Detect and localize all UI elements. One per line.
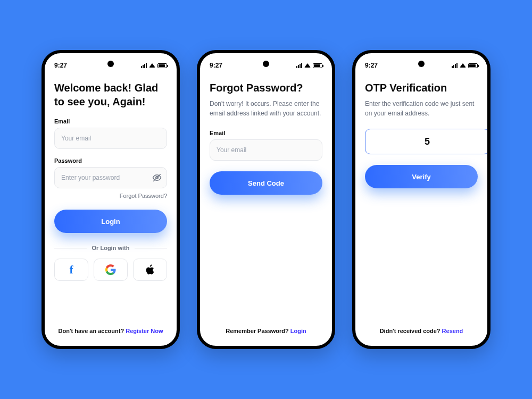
status-indicators bbox=[452, 63, 478, 68]
password-input[interactable] bbox=[54, 167, 167, 188]
password-visibility-icon[interactable] bbox=[152, 173, 162, 182]
phone-forgot-password: 9:27 Forgot Password? Don't worry! It oc… bbox=[197, 50, 335, 349]
status-time: 9:27 bbox=[54, 62, 67, 69]
email-input[interactable] bbox=[54, 128, 167, 149]
page-title: Forgot Password? bbox=[210, 81, 322, 95]
footer-text: Don't have an account? bbox=[59, 328, 126, 334]
password-label: Password bbox=[54, 157, 167, 164]
facebook-login-button[interactable]: f bbox=[54, 259, 88, 281]
camera-dot bbox=[263, 61, 269, 67]
login-footer: Don't have an account? Register Now bbox=[54, 328, 167, 336]
apple-icon bbox=[145, 264, 155, 275]
cellular-icon bbox=[452, 63, 458, 68]
battery-icon bbox=[468, 63, 478, 68]
login-link[interactable]: Login bbox=[290, 328, 306, 334]
camera-dot bbox=[418, 61, 425, 67]
otp-input-group bbox=[365, 129, 478, 154]
phone-otp-verification: 9:27 OTP Verification Enter the verifica… bbox=[352, 50, 491, 349]
wifi-icon bbox=[149, 63, 155, 68]
page-subtitle: Don't worry! It occurs. Please enter the… bbox=[210, 99, 322, 118]
footer-text: Didn't received code? bbox=[380, 328, 442, 334]
email-label: Email bbox=[210, 130, 322, 136]
send-code-button[interactable]: Send Code bbox=[210, 171, 322, 195]
otp-footer: Didn't received code? Resend bbox=[365, 328, 478, 336]
camera-dot bbox=[107, 61, 114, 67]
login-button[interactable]: Login bbox=[54, 210, 167, 233]
phone-login: 9:27 Welcome back! Glad to see you, Agai… bbox=[41, 50, 180, 349]
status-time: 9:27 bbox=[365, 62, 378, 69]
resend-link[interactable]: Resend bbox=[442, 328, 463, 334]
page-title: Welcome back! Glad to see you, Again! bbox=[54, 81, 167, 109]
battery-icon bbox=[313, 63, 322, 68]
email-input[interactable] bbox=[210, 139, 322, 161]
email-label: Email bbox=[54, 118, 167, 124]
cellular-icon bbox=[141, 63, 147, 68]
verify-button[interactable]: Verify bbox=[365, 165, 478, 188]
register-link[interactable]: Register Now bbox=[126, 328, 163, 334]
facebook-icon: f bbox=[70, 264, 73, 276]
page-title: OTP Verification bbox=[365, 81, 478, 95]
footer-text: Remember Password? bbox=[226, 328, 290, 334]
status-indicators bbox=[296, 63, 322, 68]
apple-login-button[interactable] bbox=[133, 259, 167, 281]
social-divider: Or Login with bbox=[54, 245, 167, 251]
otp-digit-1[interactable] bbox=[365, 129, 489, 154]
divider-text: Or Login with bbox=[92, 245, 130, 251]
google-login-button[interactable] bbox=[94, 259, 128, 281]
wifi-icon bbox=[304, 63, 311, 68]
status-time: 9:27 bbox=[210, 62, 222, 69]
cellular-icon bbox=[296, 63, 302, 68]
page-subtitle: Enter the verification code we just sent… bbox=[365, 99, 478, 118]
forgot-password-link[interactable]: Forgot Password? bbox=[54, 193, 167, 199]
google-icon bbox=[105, 264, 116, 275]
forgot-footer: Remember Password? Login bbox=[210, 328, 322, 336]
battery-icon bbox=[157, 63, 167, 68]
wifi-icon bbox=[460, 63, 466, 68]
status-indicators bbox=[141, 63, 167, 68]
